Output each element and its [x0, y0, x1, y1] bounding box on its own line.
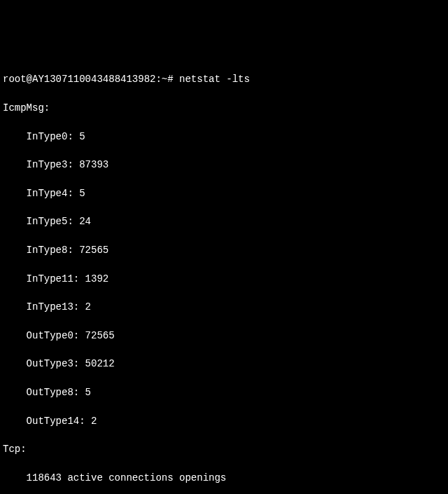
terminal-output[interactable]: root@AY1307110043488413982:~# netstat -l… [3, 58, 445, 494]
stat-line: InType5: 24 [3, 214, 445, 228]
stat-line: InType4: 5 [3, 186, 445, 200]
prompt-line: root@AY1307110043488413982:~# netstat -l… [3, 72, 445, 86]
icmpmsg-header: IcmpMsg: [3, 101, 445, 115]
stat-line: OutType3: 50212 [3, 357, 445, 371]
prompt-user-host: root@AY1307110043488413982:~# [3, 74, 174, 85]
command-text: netstat -lts [179, 74, 250, 85]
stat-line: OutType0: 72565 [3, 329, 445, 343]
stat-line: InType0: 5 [3, 130, 445, 144]
stat-line: OutType14: 2 [3, 414, 445, 428]
stat-line: OutType8: 5 [3, 385, 445, 399]
stat-line: InType11: 1392 [3, 272, 445, 286]
stat-line: InType13: 2 [3, 300, 445, 314]
stat-line: InType8: 72565 [3, 243, 445, 257]
tcp-header: Tcp: [3, 442, 445, 456]
stat-line: InType3: 87393 [3, 158, 445, 172]
stat-line: 118643 active connections openings [3, 471, 445, 485]
